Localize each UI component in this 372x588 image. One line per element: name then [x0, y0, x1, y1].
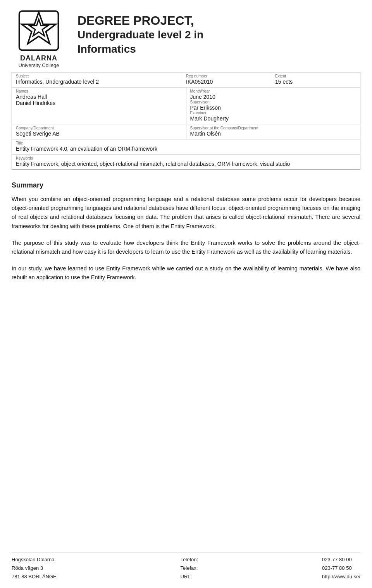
footer-phone-row: Telefon:: [181, 555, 198, 564]
footer-col1: Högskolan Dalarna Röda vägen 3 781 88 BO…: [12, 555, 57, 581]
supervisor-label: Supervisor:: [190, 100, 356, 104]
summary-para1: When you combine an object-oriented prog…: [12, 195, 360, 231]
info-row-5: Keywords Entity Framework, object orient…: [12, 155, 360, 169]
extent-label: Extent: [275, 74, 356, 78]
reg-value: IKA052010: [186, 79, 213, 85]
names-cell: Names Andreas Hall Daniel Hindrikes: [12, 88, 186, 124]
title-area: DEGREE PROJECT, Undergraduate level 2 in…: [78, 9, 203, 56]
extent-cell: Extent 15 ects: [271, 72, 360, 87]
footer-phone-val: 023-77 80 00: [322, 555, 360, 564]
supervisor-company-label: Supervisor at the Company/Department: [190, 126, 356, 130]
footer-fax-label: Telefax:: [181, 565, 198, 571]
company-value: Sogeti Sverige AB: [16, 131, 60, 137]
info-row-1: Subject Informatics, Undergraduate level…: [12, 72, 360, 88]
summary-para2: The purpose of this study was to evaluat…: [12, 239, 360, 256]
examiner-value: Mark Dougherty: [190, 115, 229, 122]
org-subtitle: University College: [19, 62, 59, 68]
title-value: Entity Framework 4.0, an evaluation of a…: [16, 146, 157, 152]
names-value1: Andreas Hall: [16, 94, 47, 100]
subject-value: Informatics, Undergraduate level 2: [16, 79, 99, 85]
title-cell: Title Entity Framework 4.0, an evaluatio…: [12, 139, 360, 154]
footer-city: 781 88 BORLÄNGE: [12, 573, 57, 581]
org-name: DALARNA: [19, 54, 59, 62]
names-label: Names: [16, 89, 182, 93]
subject-cell: Subject Informatics, Undergraduate level…: [12, 72, 182, 87]
footer-fax-val: 023-77 80 50: [322, 564, 360, 573]
supervisor-company-cell: Supervisor at the Company/Department Mar…: [186, 124, 360, 139]
footer-url-row: URL:: [181, 573, 198, 581]
examiner-label: Examiner:: [190, 111, 356, 115]
keywords-label: Keywords: [16, 156, 356, 160]
info-grid: Subject Informatics, Undergraduate level…: [12, 72, 360, 170]
extent-value: 15 ects: [275, 79, 293, 85]
summary-para3: In our study, we have learned to use Ent…: [12, 264, 360, 282]
degree-title-line2: Undergraduate level 2 in: [78, 28, 203, 42]
reg-label: Reg number: [186, 74, 267, 78]
degree-title-line1: DEGREE PROJECT,: [78, 13, 203, 28]
footer-address: Röda vägen 3: [12, 564, 57, 573]
logo-text: DALARNA University College: [19, 54, 59, 68]
logo-icon: [17, 9, 60, 52]
reg-cell: Reg number IKA052010: [182, 72, 271, 87]
month-supervisor-cell: Month/Year June 2010 Supervisor: Pär Eri…: [186, 88, 360, 124]
title-label: Title: [16, 141, 356, 145]
info-row-3: Company/Department Sogeti Sverige AB Sup…: [12, 124, 360, 139]
supervisor-company-value: Martin Olsén: [190, 131, 221, 137]
info-row-4: Title Entity Framework 4.0, an evaluatio…: [12, 139, 360, 155]
footer-url-val: http://www.du.se/: [322, 573, 360, 581]
keywords-value: Entity Framework, object oriented, objec…: [16, 161, 290, 167]
summary-section: Summary When you combine an object-orien…: [12, 181, 360, 544]
month-label: Month/Year: [190, 89, 356, 93]
header: DALARNA University College DEGREE PROJEC…: [0, 0, 372, 72]
footer-col2: Telefon: Telefax: URL:: [181, 555, 198, 581]
month-value: June 2010: [190, 94, 215, 100]
footer-col3: 023-77 80 00 023-77 80 50 http://www.du.…: [322, 555, 360, 581]
supervisor-value: Pär Eriksson: [190, 105, 221, 111]
footer-phone-label: Telefon:: [181, 557, 198, 562]
footer-url-label: URL:: [181, 574, 192, 579]
keywords-cell: Keywords Entity Framework, object orient…: [12, 155, 360, 169]
degree-title-line3: Informatics: [78, 42, 203, 56]
company-cell: Company/Department Sogeti Sverige AB: [12, 124, 186, 139]
footer: Högskolan Dalarna Röda vägen 3 781 88 BO…: [12, 552, 360, 588]
names-value2: Daniel Hindrikes: [16, 100, 55, 106]
footer-fax-row: Telefax:: [181, 564, 198, 573]
logo-area: DALARNA University College: [12, 9, 66, 68]
subject-label: Subject: [16, 74, 178, 78]
page: DALARNA University College DEGREE PROJEC…: [0, 0, 372, 588]
company-label: Company/Department: [16, 126, 182, 130]
footer-org: Högskolan Dalarna: [12, 555, 57, 564]
info-row-2: Names Andreas Hall Daniel Hindrikes Mont…: [12, 88, 360, 124]
summary-heading: Summary: [12, 181, 360, 189]
